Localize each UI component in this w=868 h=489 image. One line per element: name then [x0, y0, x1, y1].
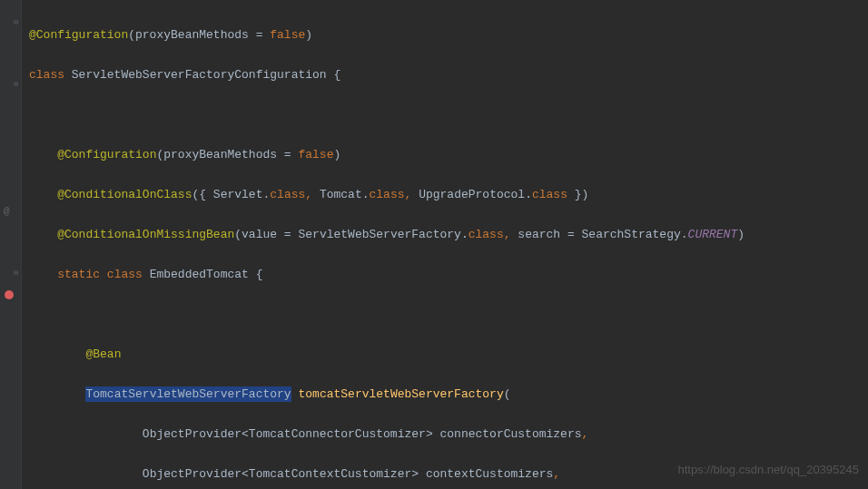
code-line[interactable]: class ServletWebServerFactoryConfigurati… [29, 65, 868, 85]
collapse-icon[interactable]: ⊖ [14, 74, 21, 82]
override-icon[interactable]: @ [4, 201, 15, 212]
code-line[interactable]: ObjectProvider<TomcatConnectorCustomizer… [29, 425, 868, 445]
selected-identifier: TomcatServletWebServerFactory [85, 386, 291, 402]
code-line[interactable] [29, 105, 868, 125]
code-line[interactable]: @Configuration(proxyBeanMethods = false) [29, 145, 868, 165]
code-line[interactable]: @ConditionalOnClass({ Servlet.class, Tom… [29, 185, 868, 205]
code-line[interactable]: @ConditionalOnMissingBean(value = Servle… [29, 225, 868, 245]
code-line[interactable]: static class EmbeddedTomcat { [29, 265, 868, 285]
code-line[interactable]: TomcatServletWebServerFactory tomcatServ… [29, 385, 868, 405]
watermark-text: https://blog.csdn.net/qq_20395245 [678, 460, 860, 480]
code-line[interactable] [29, 305, 868, 325]
breakpoint-icon[interactable] [5, 290, 14, 299]
editor-gutter[interactable]: ⊖ ⊖ ⊖ @ [0, 0, 22, 489]
collapse-icon[interactable]: ⊖ [14, 13, 21, 20]
code-line[interactable]: @Bean [29, 345, 868, 365]
code-editor[interactable]: @Configuration(proxyBeanMethods = false)… [22, 0, 868, 489]
collapse-icon[interactable]: ⊖ [14, 263, 21, 270]
code-line[interactable]: @Configuration(proxyBeanMethods = false) [29, 25, 868, 45]
